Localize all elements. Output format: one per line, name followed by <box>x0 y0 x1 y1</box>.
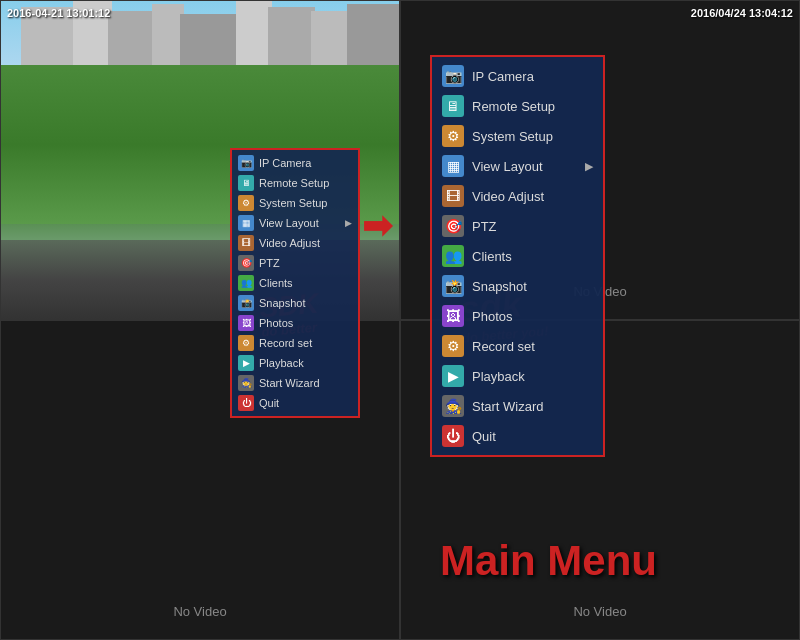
large-menu-snapshot[interactable]: 📸 Snapshot <box>432 271 603 301</box>
small-menu-system-setup[interactable]: ⚙ System Setup <box>232 193 358 213</box>
large-menu-start-wizard[interactable]: 🧙 Start Wizard <box>432 391 603 421</box>
small-menu-record-set[interactable]: ⚙ Record set <box>232 333 358 353</box>
timestamp-top-right: 2016/04/24 13:04:12 <box>691 7 793 19</box>
no-video-bottom-left: No Video <box>173 604 226 619</box>
timestamp-top-left: 2016-04-21 13:01:12 <box>7 7 110 19</box>
large-menu-remote-setup[interactable]: 🖥 Remote Setup <box>432 91 603 121</box>
small-menu-photos[interactable]: 🖼 Photos <box>232 313 358 333</box>
large-menu-system-setup[interactable]: ⚙ System Setup <box>432 121 603 151</box>
small-menu-view-layout[interactable]: ▦ View Layout ▶ <box>232 213 358 233</box>
large-menu-clients[interactable]: 👥 Clients <box>432 241 603 271</box>
large-context-menu: 📷 IP Camera 🖥 Remote Setup ⚙ System Setu… <box>430 55 605 457</box>
small-context-menu: 📷 IP Camera 🖥 Remote Setup ⚙ System Setu… <box>230 148 360 418</box>
large-menu-ip-camera[interactable]: 📷 IP Camera <box>432 61 603 91</box>
large-menu-view-layout[interactable]: ▦ View Layout ▶ <box>432 151 603 181</box>
small-menu-snapshot[interactable]: 📸 Snapshot <box>232 293 358 313</box>
large-menu-record-set[interactable]: ⚙ Record set <box>432 331 603 361</box>
small-menu-start-wizard[interactable]: 🧙 Start Wizard <box>232 373 358 393</box>
large-menu-quit[interactable]: ⏻ Quit <box>432 421 603 451</box>
small-menu-clients[interactable]: 👥 Clients <box>232 273 358 293</box>
large-menu-playback[interactable]: ▶ Playback <box>432 361 603 391</box>
arrow-indicator: ➡ <box>362 208 392 244</box>
large-menu-video-adjust[interactable]: 🎞 Video Adjust <box>432 181 603 211</box>
no-video-bottom-right: No Video <box>573 604 626 619</box>
small-menu-ptz[interactable]: 🎯 PTZ <box>232 253 358 273</box>
small-menu-quit[interactable]: ⏻ Quit <box>232 393 358 413</box>
small-menu-video-adjust[interactable]: 🎞 Video Adjust <box>232 233 358 253</box>
small-menu-ip-camera[interactable]: 📷 IP Camera <box>232 153 358 173</box>
screen-grid: 2016-04-21 13:01:12 2016/04/24 13:04:12 … <box>0 0 800 640</box>
large-menu-ptz[interactable]: 🎯 PTZ <box>432 211 603 241</box>
small-menu-playback[interactable]: ▶ Playback <box>232 353 358 373</box>
small-menu-remote-setup[interactable]: 🖥 Remote Setup <box>232 173 358 193</box>
main-menu-label: Main Menu <box>440 537 657 585</box>
large-menu-photos[interactable]: 🖼 Photos <box>432 301 603 331</box>
